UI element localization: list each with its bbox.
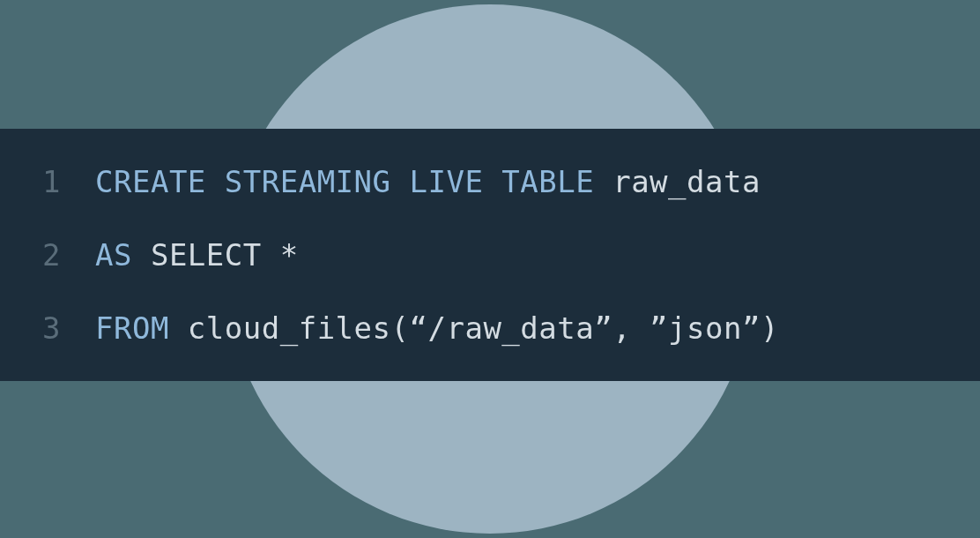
code-line: 1 CREATE STREAMING LIVE TABLE raw_data xyxy=(42,164,938,200)
code-content: AS SELECT * xyxy=(95,237,299,273)
code-content: CREATE STREAMING LIVE TABLE raw_data xyxy=(95,164,761,200)
line-number: 3 xyxy=(42,310,95,347)
code-content: FROM cloud_files(“/raw_data”, ”json”) xyxy=(95,310,779,347)
line-number: 2 xyxy=(42,237,95,273)
code-line: 2 AS SELECT * xyxy=(42,237,938,273)
code-block: 1 CREATE STREAMING LIVE TABLE raw_data 2… xyxy=(0,129,980,381)
line-number: 1 xyxy=(42,164,95,200)
code-line: 3 FROM cloud_files(“/raw_data”, ”json”) xyxy=(42,310,938,347)
